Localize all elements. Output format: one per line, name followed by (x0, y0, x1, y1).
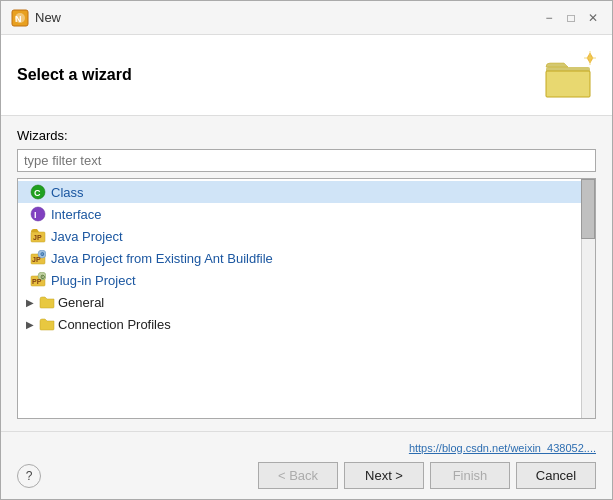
cancel-button[interactable]: Cancel (516, 462, 596, 489)
new-wizard-dialog: N New − □ ✕ Select a wizard (0, 0, 613, 500)
plugin-project-icon: ⚙ PP (30, 272, 46, 288)
tree-item-plugin-project-label: Plug-in Project (51, 273, 136, 288)
svg-rect-4 (546, 71, 590, 97)
interface-icon: I (30, 206, 46, 222)
tree-group-general-label: General (58, 295, 104, 310)
svg-text:JP: JP (33, 234, 42, 241)
svg-text:JP: JP (32, 256, 41, 263)
wizard-tree: C Class I Interface (17, 178, 596, 419)
tree-item-plugin-project[interactable]: ⚙ PP Plug-in Project (18, 269, 595, 291)
maximize-button[interactable]: □ (562, 9, 580, 27)
class-icon: C (30, 184, 46, 200)
tree-item-interface[interactable]: I Interface (18, 203, 595, 225)
svg-text:C: C (34, 188, 41, 198)
tree-item-class-label: Class (51, 185, 84, 200)
tree-item-ant-buildfile[interactable]: ⚙ JP Java Project from Existing Ant Buil… (18, 247, 595, 269)
chevron-right-connection: ▶ (24, 318, 36, 330)
footer-buttons: ? < Back Next > Finish Cancel (17, 462, 596, 489)
page-title: Select a wizard (17, 66, 132, 84)
tree-item-java-project[interactable]: JP Java Project (18, 225, 595, 247)
app-icon: N (11, 9, 29, 27)
titlebar: N New − □ ✕ (1, 1, 612, 35)
next-button[interactable]: Next > (344, 462, 424, 489)
folder-general-icon (39, 294, 55, 310)
footer-link[interactable]: https://blog.csdn.net/weixin_438052.... (17, 442, 596, 454)
footer-area: https://blog.csdn.net/weixin_438052.... … (1, 431, 612, 499)
tree-group-connection-profiles-label: Connection Profiles (58, 317, 171, 332)
tree-item-ant-buildfile-label: Java Project from Existing Ant Buildfile (51, 251, 273, 266)
java-project-icon: JP (30, 228, 46, 244)
chevron-right-general: ▶ (24, 296, 36, 308)
finish-button[interactable]: Finish (430, 462, 510, 489)
tree-group-connection-profiles[interactable]: ▶ Connection Profiles (18, 313, 595, 335)
tree-item-java-project-label: Java Project (51, 229, 123, 244)
tree-item-class[interactable]: C Class (18, 181, 595, 203)
header-area: Select a wizard (1, 35, 612, 116)
tree-item-interface-label: Interface (51, 207, 102, 222)
wizard-image (544, 49, 596, 101)
folder-connection-icon (39, 316, 55, 332)
filter-input[interactable] (17, 149, 596, 172)
help-button[interactable]: ? (17, 464, 41, 488)
tree-scroll[interactable]: C Class I Interface (18, 179, 595, 418)
svg-text:PP: PP (32, 278, 42, 285)
wizards-label: Wizards: (17, 128, 596, 143)
ant-project-icon: ⚙ JP (30, 250, 46, 266)
window-title: New (35, 10, 534, 25)
svg-text:I: I (34, 210, 37, 220)
scrollbar-track[interactable] (581, 179, 595, 418)
scrollbar-thumb[interactable] (581, 179, 595, 239)
minimize-button[interactable]: − (540, 9, 558, 27)
window-controls: − □ ✕ (540, 9, 602, 27)
close-button[interactable]: ✕ (584, 9, 602, 27)
tree-group-general[interactable]: ▶ General (18, 291, 595, 313)
dialog-button-group: < Back Next > Finish Cancel (258, 462, 596, 489)
content-area: Wizards: C Class (1, 116, 612, 431)
back-button[interactable]: < Back (258, 462, 338, 489)
svg-text:N: N (15, 14, 22, 24)
